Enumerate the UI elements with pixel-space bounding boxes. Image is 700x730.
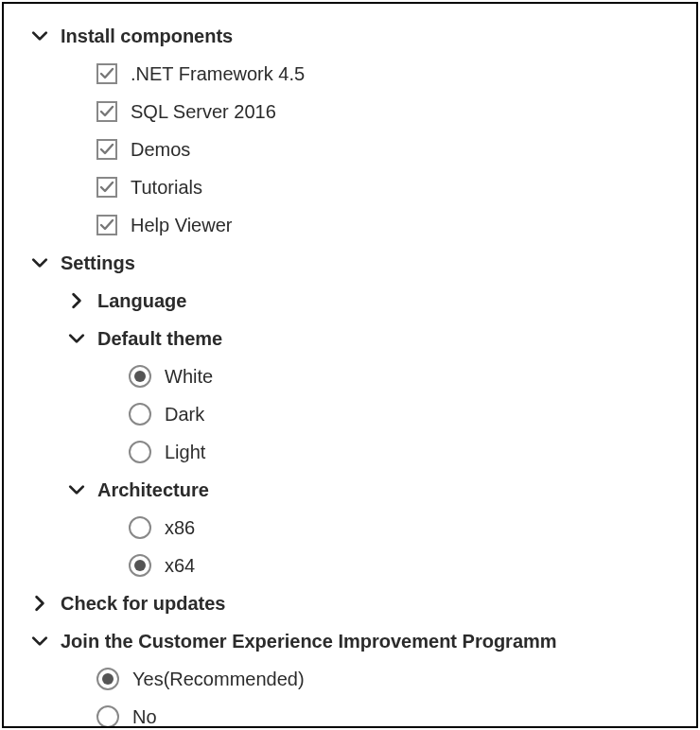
section-settings[interactable]: Settings <box>13 244 687 282</box>
subsection-title: Language <box>97 290 186 312</box>
section-install[interactable]: Install components <box>13 17 687 55</box>
radio-unselected-icon[interactable] <box>129 516 151 539</box>
section-title: Check for updates <box>61 593 225 615</box>
ceip-option-label: Yes(Recommended) <box>132 669 305 690</box>
subsection-title: Architecture <box>97 479 209 501</box>
arch-option[interactable]: x64 <box>13 547 687 584</box>
theme-option[interactable]: Light <box>13 433 687 471</box>
theme-option-label: Dark <box>165 404 204 426</box>
radio-unselected-icon[interactable] <box>96 705 119 728</box>
arch-option-label: x64 <box>165 555 195 577</box>
section-title: Install components <box>61 26 233 47</box>
subsection-title: Default theme <box>97 328 222 350</box>
chevron-down-icon <box>65 327 88 350</box>
radio-unselected-icon[interactable] <box>129 403 151 426</box>
theme-option-label: Light <box>165 442 205 463</box>
ceip-option-label: No <box>132 706 157 728</box>
checkbox-checked-icon[interactable] <box>96 139 117 160</box>
arch-option-label: x86 <box>165 517 195 539</box>
section-ceip[interactable]: Join the Customer Experience Improvement… <box>13 622 687 660</box>
chevron-down-icon <box>28 252 51 274</box>
subsection-architecture[interactable]: Architecture <box>13 471 687 509</box>
install-item[interactable]: Help Viewer <box>13 206 687 244</box>
install-item-label: Demos <box>131 139 190 161</box>
subsection-language[interactable]: Language <box>13 282 687 320</box>
install-item-label: Help Viewer <box>131 215 232 236</box>
radio-selected-icon[interactable] <box>129 554 151 577</box>
checkbox-checked-icon[interactable] <box>96 63 117 84</box>
chevron-down-icon <box>28 630 51 652</box>
settings-panel: Install components .NET Framework 4.5 SQ… <box>2 2 698 728</box>
install-item[interactable]: .NET Framework 4.5 <box>13 55 687 93</box>
install-item-label: SQL Server 2016 <box>131 101 276 123</box>
checkbox-checked-icon[interactable] <box>96 215 117 235</box>
section-updates[interactable]: Check for updates <box>13 584 687 622</box>
install-item[interactable]: Tutorials <box>13 168 687 206</box>
radio-unselected-icon[interactable] <box>129 441 151 463</box>
install-item[interactable]: Demos <box>13 130 687 168</box>
theme-option-label: White <box>165 366 213 388</box>
install-item[interactable]: SQL Server 2016 <box>13 93 687 130</box>
chevron-down-icon <box>65 478 88 501</box>
ceip-option[interactable]: Yes(Recommended) <box>13 660 687 698</box>
arch-option[interactable]: x86 <box>13 509 687 547</box>
radio-selected-icon[interactable] <box>129 365 151 388</box>
chevron-right-icon <box>65 289 88 312</box>
theme-option[interactable]: White <box>13 357 687 395</box>
subsection-theme[interactable]: Default theme <box>13 320 687 357</box>
chevron-down-icon <box>28 25 51 47</box>
chevron-right-icon <box>28 592 51 615</box>
install-item-label: Tutorials <box>131 177 202 199</box>
radio-selected-icon[interactable] <box>96 668 119 690</box>
section-title: Settings <box>61 252 135 274</box>
install-item-label: .NET Framework 4.5 <box>131 63 305 85</box>
section-title: Join the Customer Experience Improvement… <box>61 631 557 652</box>
ceip-option[interactable]: No <box>13 698 687 728</box>
checkbox-checked-icon[interactable] <box>96 101 117 122</box>
theme-option[interactable]: Dark <box>13 395 687 433</box>
checkbox-checked-icon[interactable] <box>96 177 117 198</box>
